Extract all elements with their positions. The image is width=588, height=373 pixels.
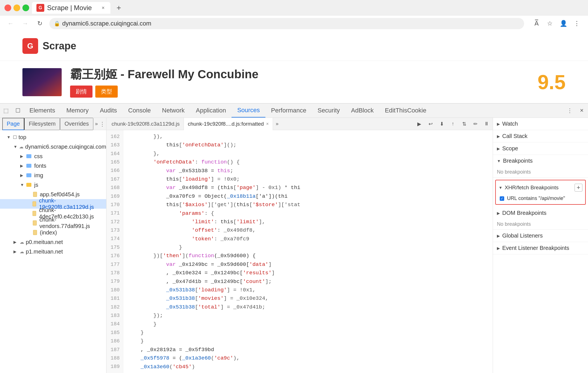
tab-editthiscookie[interactable]: EditThisCookie [379,103,432,118]
ln-172: 172 [110,218,120,226]
play-button[interactable]: ▶ [414,119,424,129]
bookmark-button[interactable]: ☆ [544,18,555,29]
tab-console[interactable]: Console [122,103,156,118]
url-bar[interactable]: 🔒 dynamic6.scrape.cuiqingcai.com [49,18,524,29]
file-tree-tab-filesystem[interactable]: Filesystem [24,118,60,130]
ln-167: 167 [110,175,120,183]
xhr-fetch-header[interactable]: ▼ XHR/fetch Breakpoints + [497,181,584,194]
code-tabs: chunk-19c920f8.c3a1129d.js chunk-19c920f… [107,118,493,130]
scope-arrow: ▶ [497,146,500,151]
translate-button[interactable]: A̅ [531,18,542,29]
sources-layout: Page Filesystem Overrides » ⋮ ▼ ☐ top [0,118,588,373]
xhr-checkbox[interactable]: ✓ [500,196,504,201]
browser-window: G Scrape | Movie × + ← → ↻ 🔒 dynamic6.sc… [0,0,588,373]
tree-item-img[interactable]: ▶ img [0,171,106,180]
step-over-button[interactable]: ↩ [425,119,436,129]
dom-breakpoints-arrow: ▶ [497,211,500,215]
file-tree-tab-page[interactable]: Page [2,118,24,130]
devtools-more-button[interactable]: ⋮ [564,107,575,114]
code-line-183: }); [128,311,488,320]
event-listener-breakpoints-section: ▶ Event Listener Breakpoints [493,242,588,254]
device-mode-button[interactable]: ☐ [12,103,24,118]
file-tree-kebab[interactable]: ⋮ [99,121,105,127]
code-tab-1[interactable]: chunk-19c920f8.c3a1129d.js [108,118,184,130]
tab-memory[interactable]: Memory [61,103,94,118]
watch-header[interactable]: ▶ Watch [493,118,588,130]
folder-icon-css [26,154,31,158]
movie-btn-1[interactable]: 剧情 [70,86,92,98]
browser-tab[interactable]: G Scrape | Movie × [32,2,110,14]
profile-button[interactable]: 👤 [558,18,569,29]
file-tree-tab-overrides[interactable]: Overrides [60,118,93,130]
refresh-button[interactable]: ↻ [35,19,45,29]
ln-181: 181 [110,294,120,303]
global-listeners-header[interactable]: ▶ Global Listeners [493,230,588,242]
code-tab-2[interactable]: chunk-19c920f8....d.js:formatted × [184,118,273,130]
step-button[interactable]: ⇅ [459,119,469,129]
step-into-button[interactable]: ⬇ [437,119,447,129]
scope-header[interactable]: ▶ Scope [493,142,588,155]
tree-item-fonts[interactable]: ▶ fonts [0,161,106,171]
dom-breakpoints-header[interactable]: ▶ DOM Breakpoints [493,207,588,219]
edit-button[interactable]: ✏ [470,119,480,129]
back-button[interactable]: ← [6,19,16,29]
code-editor[interactable]: 162 163 164 165 166 167 168 169 170 171 … [107,130,493,373]
new-tab-button[interactable]: + [113,2,124,13]
code-tab-2-close[interactable]: × [266,121,268,126]
ln-176: 176 [110,252,120,260]
forward-button[interactable]: → [20,19,30,29]
tab-performance[interactable]: Performance [265,103,312,118]
tab-close-button[interactable]: × [100,5,106,11]
folder-icon-js [26,183,31,187]
movie-poster-image [22,68,62,96]
ln-183: 183 [110,311,120,320]
close-button[interactable] [4,4,11,11]
callstack-header[interactable]: ▶ Call Stack [493,130,588,142]
event-listener-breakpoints-arrow: ▶ [497,246,500,250]
tree-item-domain[interactable]: ▼ ☁ dynamic6.scrape.cuiqingcai.com [0,142,106,151]
watch-section: ▶ Watch [493,118,588,130]
devtools-tabs: Elements Memory Audits Console Network A… [24,103,564,118]
tab-network[interactable]: Network [156,103,190,118]
add-xhr-breakpoint-button[interactable]: + [575,184,582,192]
global-listeners-section: ▶ Global Listeners [493,230,588,242]
step-out-button[interactable]: ↑ [448,119,458,129]
folder-icon-img [26,173,31,177]
devtools: ⬚ ☐ Elements Memory Audits Console Netwo… [0,103,588,373]
xhr-fetch-section: ▼ XHR/fetch Breakpoints + ✓ URL contains… [495,180,586,205]
tree-item-chunk-vendors[interactable]: ▶ chunk-vendors.77daf991.js [0,218,106,228]
file-tree-tab-more[interactable]: » [93,121,99,127]
tab-sources[interactable]: Sources [232,103,265,118]
tree-item-css[interactable]: ▶ css [0,151,106,161]
devtools-close-button[interactable]: × [575,107,588,114]
tab-adblock[interactable]: AdBlock [346,103,379,118]
more-button[interactable]: ⋮ [571,18,582,29]
event-listener-breakpoints-header[interactable]: ▶ Event Listener Breakpoints [493,242,588,254]
minimize-button[interactable] [13,4,20,11]
ln-169: 169 [110,192,120,201]
debugger-panel: ▶ Watch ▶ Call Stack ▶ [493,118,588,373]
site-logo-icon: G [22,38,38,54]
tab-security[interactable]: Security [312,103,345,118]
code-content[interactable]: }), this['onFetchData'](); }, 'onFetchDa… [123,130,493,373]
tree-item-top[interactable]: ▼ ☐ top [0,132,106,142]
tree-item-js[interactable]: ▼ js [0,180,106,190]
movie-btn-2[interactable]: 类型 [95,86,118,98]
inspect-element-button[interactable]: ⬚ [0,103,12,118]
xhr-fetch-arrow: ▼ [499,185,503,190]
tab-favicon: G [36,4,44,12]
tab-audits[interactable]: Audits [94,103,122,118]
ln-189: 189 [110,363,120,371]
code-line-163: this['onFetchData'](); [128,141,488,149]
maximize-button[interactable] [22,4,29,11]
tree-item-p0[interactable]: ▶ ☁ p0.meituan.net [0,237,106,247]
tab-elements[interactable]: Elements [24,103,61,118]
pause-button[interactable]: ⏸ [481,119,492,129]
breakpoints-header[interactable]: ▼ Breakpoints [493,155,588,167]
code-tab-more[interactable]: » [273,121,281,127]
movie-poster [22,68,62,96]
tab-application[interactable]: Application [190,103,232,118]
tree-arrow-img: ▶ [20,173,25,178]
tree-item-p1[interactable]: ▶ ☁ p1.meituan.net [0,247,106,256]
code-tab-actions: ▶ ↩ ⬇ ↑ ⇅ ✏ ⏸ [414,119,492,129]
